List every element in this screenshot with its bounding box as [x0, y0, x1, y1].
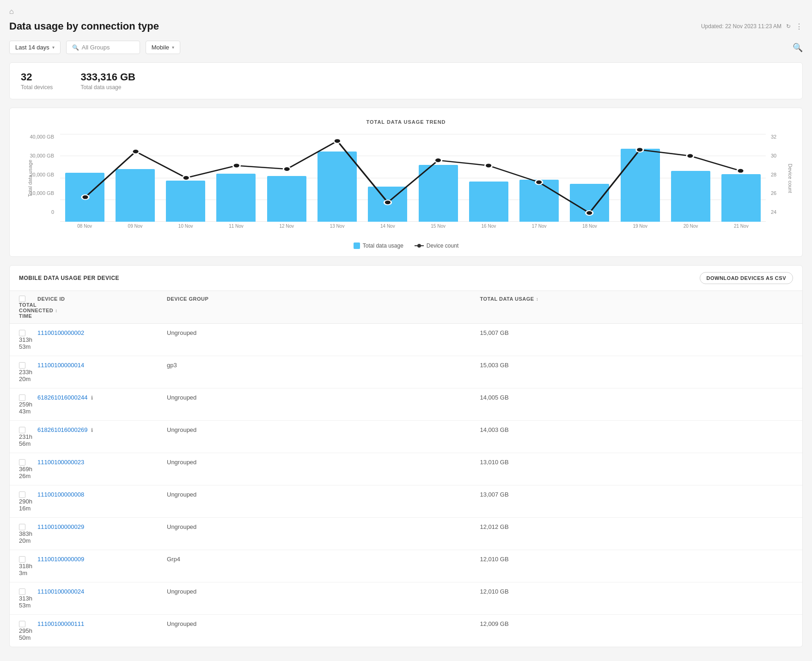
row-checkbox[interactable]: [19, 459, 37, 466]
row-total-data: 12,010 GB: [480, 588, 794, 595]
row-checkbox[interactable]: [19, 330, 37, 336]
table-row: 11100100000009 Grp4 12,010 GB 318h 3m: [10, 550, 802, 582]
row-total-data: 12,012 GB: [480, 523, 794, 530]
device-id-link[interactable]: 11100100000111: [37, 620, 84, 627]
connection-label: Mobile: [152, 44, 169, 51]
row-connected-time: 369h 26m: [19, 466, 37, 479]
legend-bar: Total data usage: [354, 243, 403, 249]
device-id-link[interactable]: 11100100000029: [37, 523, 84, 530]
row-checkbox[interactable]: [19, 524, 37, 530]
y-left-10k: 10,000 GB: [30, 190, 54, 196]
svg-point-5: [334, 139, 341, 143]
more-options-icon[interactable]: ⋮: [795, 22, 803, 31]
table-body: 11100100000002 Ungrouped 15,007 GB 313h …: [10, 324, 802, 647]
row-checkbox[interactable]: [19, 427, 37, 433]
select-all-checkbox[interactable]: [19, 296, 25, 302]
connection-filter[interactable]: Mobile ▾: [146, 41, 180, 54]
row-device-group: Ungrouped: [167, 329, 480, 336]
date-range-filter[interactable]: Last 14 days ▾: [9, 41, 61, 54]
svg-point-2: [183, 176, 189, 180]
page-header: Data usage by connection type Updated: 2…: [9, 20, 803, 32]
row-total-data: 14,003 GB: [480, 426, 794, 433]
table-title: MOBILE DATA USAGE PER DEVICE: [19, 275, 119, 281]
device-group-header: DEVICE GROUP: [167, 296, 480, 302]
y-right-26: 26: [771, 190, 776, 196]
total-data-header[interactable]: TOTAL DATA USAGE ↕: [480, 296, 794, 302]
row-connected-time: 318h 3m: [19, 563, 37, 576]
x-label-4: 12 Nov: [262, 224, 311, 229]
total-data-value: 333,316 GB: [80, 71, 135, 83]
x-label-0: 08 Nov: [60, 224, 109, 229]
x-label-13: 21 Nov: [717, 224, 766, 229]
row-total-data: 14,005 GB: [480, 394, 794, 401]
info-icon[interactable]: ℹ: [91, 427, 93, 433]
download-csv-button[interactable]: DOWNLOAD DEVICES AS CSV: [700, 272, 793, 284]
row-checkbox[interactable]: [19, 621, 37, 627]
table-row: 618261016000269 ℹ Ungrouped 14,003 GB 23…: [10, 421, 802, 453]
row-connected-time: 383h 20m: [19, 530, 37, 544]
svg-point-13: [737, 169, 744, 173]
device-id-link[interactable]: 11100100000023: [37, 459, 84, 466]
legend-line-label: Device count: [427, 243, 458, 249]
x-label-12: 20 Nov: [666, 224, 715, 229]
row-device-id: 618261016000244 ℹ: [37, 394, 167, 401]
y-right-30: 30: [771, 153, 776, 158]
svg-point-11: [636, 147, 643, 152]
device-id-link[interactable]: 11100100000009: [37, 556, 84, 563]
filters-row: Last 14 days ▾ 🔍 All Groups Mobile ▾ 🔍: [9, 41, 803, 54]
row-checkbox[interactable]: [19, 491, 37, 498]
legend-bar-label: Total data usage: [363, 243, 403, 249]
row-device-group: gp3: [167, 362, 480, 369]
table-row: 11100100000008 Ungrouped 13,007 GB 290h …: [10, 485, 802, 518]
row-device-group: Ungrouped: [167, 491, 480, 498]
checkbox-header[interactable]: [19, 296, 37, 302]
total-devices-label: Total devices: [21, 84, 53, 91]
refresh-icon[interactable]: ↻: [786, 23, 791, 30]
device-id-link[interactable]: 618261016000269: [37, 426, 87, 433]
total-devices-value: 32: [21, 71, 53, 83]
y-right-24: 24: [771, 209, 776, 215]
row-checkbox[interactable]: [19, 394, 37, 401]
row-total-data: 12,010 GB: [480, 556, 794, 563]
device-id-link[interactable]: 11100100000024: [37, 588, 84, 595]
device-id-header[interactable]: DEVICE ID: [37, 296, 167, 302]
x-label-1: 09 Nov: [110, 224, 159, 229]
row-device-id: 11100100000008: [37, 491, 167, 498]
x-label-11: 19 Nov: [616, 224, 665, 229]
device-id-link[interactable]: 618261016000244: [37, 394, 87, 401]
row-total-data: 15,003 GB: [480, 362, 794, 369]
search-icon-large[interactable]: 🔍: [793, 43, 803, 52]
sort-icon: ↕: [55, 308, 58, 313]
connected-time-header[interactable]: TOTAL CONNECTED TIME ↕: [19, 302, 37, 319]
table-row: 11100100000014 gp3 15,003 GB 233h 20m: [10, 356, 802, 388]
svg-point-0: [82, 195, 89, 200]
row-checkbox[interactable]: [19, 588, 37, 595]
group-filter[interactable]: 🔍 All Groups: [66, 41, 140, 54]
row-device-group: Grp4: [167, 556, 480, 563]
info-icon[interactable]: ℹ: [91, 395, 93, 400]
home-icon[interactable]: ⌂: [9, 7, 14, 15]
svg-point-1: [132, 149, 139, 154]
svg-point-8: [485, 163, 492, 168]
table-row: 11100100000023 Ungrouped 13,010 GB 369h …: [10, 453, 802, 485]
total-data-summary: 333,316 GB Total data usage: [80, 71, 135, 91]
legend-line: Device count: [415, 243, 458, 249]
row-device-id: 11100100000029: [37, 523, 167, 530]
chevron-down-icon: ▾: [52, 45, 55, 50]
legend-bar-color: [354, 243, 360, 249]
device-id-link[interactable]: 11100100000008: [37, 491, 84, 498]
row-checkbox[interactable]: [19, 362, 37, 369]
x-label-6: 14 Nov: [363, 224, 412, 229]
device-id-link[interactable]: 11100100000002: [37, 329, 84, 336]
row-connected-time: 231h 56m: [19, 433, 37, 447]
row-connected-time: 313h 53m: [19, 336, 37, 350]
device-id-link[interactable]: 11100100000014: [37, 362, 84, 369]
row-checkbox[interactable]: [19, 556, 37, 563]
x-label-3: 11 Nov: [212, 224, 261, 229]
x-label-9: 17 Nov: [515, 224, 564, 229]
row-device-id: 11100100000111: [37, 620, 167, 627]
svg-point-10: [586, 211, 593, 215]
table-row: 618261016000244 ℹ Ungrouped 14,005 GB 25…: [10, 388, 802, 421]
table-card: MOBILE DATA USAGE PER DEVICE DOWNLOAD DE…: [9, 265, 803, 647]
row-connected-time: 295h 50m: [19, 627, 37, 641]
